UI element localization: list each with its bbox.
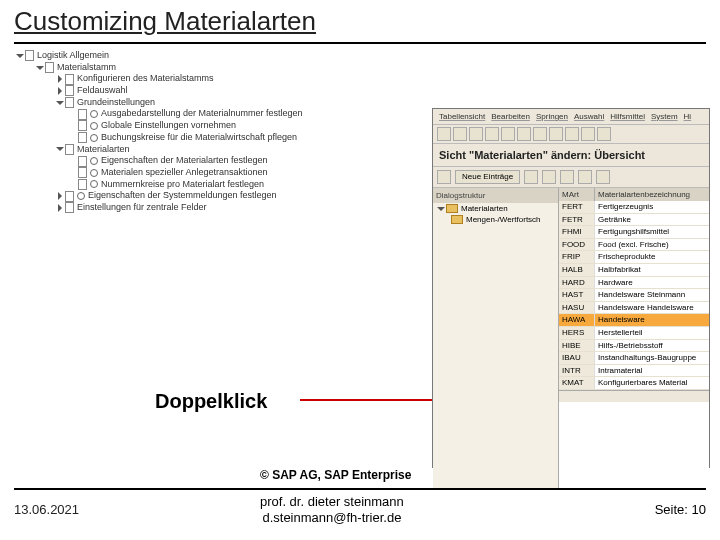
tree-row[interactable]: Materialen spezieller Anlegetransaktione… bbox=[14, 167, 434, 179]
table-row[interactable]: INTRIntramaterial bbox=[559, 365, 709, 378]
toolbar-icon[interactable] bbox=[437, 127, 451, 141]
table-row[interactable]: FERTFertigerzeugnis bbox=[559, 201, 709, 214]
tree-row[interactable]: Konfigurieren des Materialstamms bbox=[14, 73, 434, 85]
cell-mart: FHMI bbox=[559, 226, 595, 238]
dlg-label: Materialarten bbox=[461, 204, 508, 213]
tree-row[interactable]: Grundeinstellungen bbox=[14, 97, 434, 109]
dialog-structure: Dialogstruktur Materialarten Mengen-/Wer… bbox=[433, 188, 559, 488]
sap-toolbar bbox=[433, 125, 709, 144]
exec-icon bbox=[77, 192, 85, 200]
toolbar-icon[interactable] bbox=[578, 170, 592, 184]
table-row[interactable]: FETRGetränke bbox=[559, 214, 709, 227]
cell-desc: Food (excl. Frische) bbox=[595, 239, 709, 251]
cell-mart: HAWA bbox=[559, 314, 595, 326]
tree-row[interactable]: Buchungskreise für die Materialwirtschaf… bbox=[14, 132, 434, 144]
dlg-label: Mengen-/Wertfortsch bbox=[466, 215, 541, 224]
tree-row[interactable]: Materialarten bbox=[14, 144, 434, 156]
exec-icon bbox=[90, 180, 98, 188]
tree-row[interactable]: Eigenschaften der Systemmeldungen festle… bbox=[14, 190, 434, 202]
menu-item[interactable]: Springen bbox=[536, 112, 568, 121]
doppelklick-label: Doppelklick bbox=[155, 390, 267, 413]
toolbar-icon[interactable] bbox=[549, 127, 563, 141]
col-desc[interactable]: Materialartenbezeichnung bbox=[595, 188, 709, 201]
cell-mart: INTR bbox=[559, 365, 595, 377]
cell-desc: Handelsware Steinmann bbox=[595, 289, 709, 301]
toolbar-icon[interactable] bbox=[542, 170, 556, 184]
new-entries-button[interactable]: Neue Einträge bbox=[455, 170, 520, 184]
dlg-row[interactable]: Materialarten bbox=[433, 203, 558, 214]
toolbar-icon[interactable] bbox=[596, 170, 610, 184]
sap-subtoolbar: Neue Einträge bbox=[433, 167, 709, 188]
toolbar-icon[interactable] bbox=[533, 127, 547, 141]
cell-mart: IBAU bbox=[559, 352, 595, 364]
expand-icon bbox=[58, 75, 62, 83]
page-icon bbox=[78, 179, 87, 190]
page-icon bbox=[45, 62, 54, 73]
tree-label: Buchungskreise für die Materialwirtschaf… bbox=[101, 132, 297, 144]
menu-item[interactable]: Bearbeiten bbox=[491, 112, 530, 121]
scrollbar-bottom[interactable] bbox=[559, 390, 709, 402]
table-row[interactable]: HASTHandelsware Steinmann bbox=[559, 289, 709, 302]
page-icon bbox=[78, 156, 87, 167]
toolbar-icon[interactable] bbox=[524, 170, 538, 184]
toolbar-icon[interactable] bbox=[560, 170, 574, 184]
tree-label: Materialen spezieller Anlegetransaktione… bbox=[101, 167, 268, 179]
page-icon bbox=[78, 132, 87, 143]
cell-desc: Instandhaltungs-Baugruppe bbox=[595, 352, 709, 364]
cell-desc: Intramaterial bbox=[595, 365, 709, 377]
toolbar-icon[interactable] bbox=[565, 127, 579, 141]
toolbar-icon[interactable] bbox=[453, 127, 467, 141]
menu-item[interactable]: Hilfsmittel bbox=[610, 112, 645, 121]
footer-date: 13.06.2021 bbox=[14, 502, 79, 517]
expand-icon bbox=[56, 101, 64, 105]
toolbar-icon[interactable] bbox=[517, 127, 531, 141]
col-mart[interactable]: MArt bbox=[559, 188, 595, 201]
exec-icon bbox=[90, 110, 98, 118]
folder-icon bbox=[451, 215, 463, 224]
tree-row[interactable]: Feldauswahl bbox=[14, 85, 434, 97]
table-row[interactable]: FOODFood (excl. Frische) bbox=[559, 239, 709, 252]
cell-mart: FETR bbox=[559, 214, 595, 226]
toolbar-icon[interactable] bbox=[469, 127, 483, 141]
table-row[interactable]: IBAUInstandhaltungs-Baugruppe bbox=[559, 352, 709, 365]
table-row[interactable]: KMATKonfigurierbares Material bbox=[559, 377, 709, 390]
tree-row[interactable]: Ausgabedarstellung der Materialnummer fe… bbox=[14, 108, 434, 120]
table-row[interactable]: HARDHardware bbox=[559, 277, 709, 290]
page-icon bbox=[25, 50, 34, 61]
page-icon bbox=[65, 74, 74, 85]
menu-item[interactable]: Tabellensicht bbox=[439, 112, 485, 121]
tree-row[interactable]: Einstellungen für zentrale Felder bbox=[14, 202, 434, 214]
tree-label: Materialstamm bbox=[57, 62, 116, 74]
menu-item[interactable]: Hi bbox=[684, 112, 692, 121]
expand-icon bbox=[58, 204, 62, 212]
table-row[interactable]: FHMIFertigungshilfsmittel bbox=[559, 226, 709, 239]
toolbar-icon[interactable] bbox=[437, 170, 451, 184]
page-icon bbox=[65, 85, 74, 96]
table-row[interactable]: HIBEHilfs-/Betriebsstoff bbox=[559, 340, 709, 353]
menu-item[interactable]: Auswahl bbox=[574, 112, 604, 121]
page-icon bbox=[65, 97, 74, 108]
table-row[interactable]: HASUHandelsware Handelsware bbox=[559, 302, 709, 315]
dlg-row[interactable]: Mengen-/Wertfortsch bbox=[433, 214, 558, 225]
toolbar-icon[interactable] bbox=[501, 127, 515, 141]
tree-row[interactable]: Globale Einstellungen vornehmen bbox=[14, 120, 434, 132]
cell-mart: FRIP bbox=[559, 251, 595, 263]
tree-row[interactable]: Materialstamm bbox=[14, 62, 434, 74]
table-row[interactable]: FRIPFrischeprodukte bbox=[559, 251, 709, 264]
table-row[interactable]: HERSHerstellerteil bbox=[559, 327, 709, 340]
tree-row[interactable]: Nummernkreise pro Materialart festlegen bbox=[14, 179, 434, 191]
toolbar-icon[interactable] bbox=[485, 127, 499, 141]
tree-row[interactable]: Logistik Allgemein bbox=[14, 50, 434, 62]
page-icon bbox=[65, 144, 74, 155]
exec-icon bbox=[90, 169, 98, 177]
tree-label: Feldauswahl bbox=[77, 85, 128, 97]
page-icon bbox=[78, 120, 87, 131]
tree-row[interactable]: Eigenschaften der Materialarten festlege… bbox=[14, 155, 434, 167]
toolbar-icon[interactable] bbox=[597, 127, 611, 141]
cell-desc: Handelsware Handelsware bbox=[595, 302, 709, 314]
menu-item[interactable]: System bbox=[651, 112, 678, 121]
tree-label: Ausgabedarstellung der Materialnummer fe… bbox=[101, 108, 303, 120]
toolbar-icon[interactable] bbox=[581, 127, 595, 141]
table-row[interactable]: HALBHalbfabrikat bbox=[559, 264, 709, 277]
table-row[interactable]: HAWAHandelsware bbox=[559, 314, 709, 327]
